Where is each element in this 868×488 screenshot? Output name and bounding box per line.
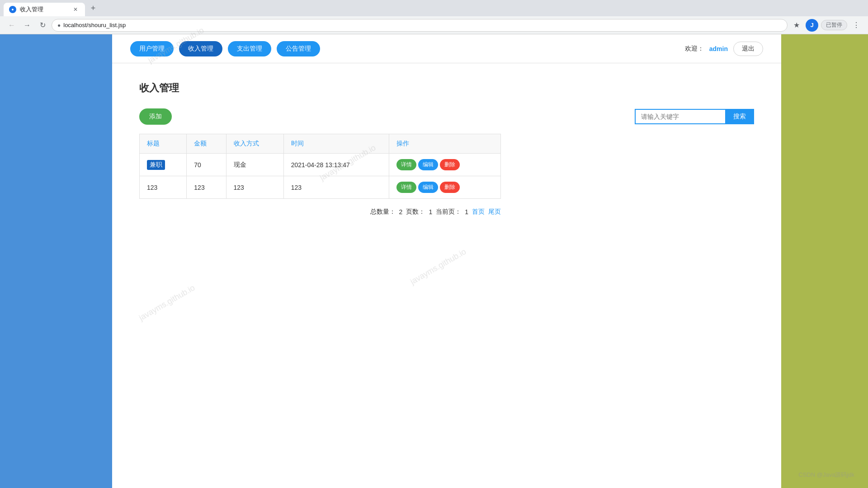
col-header-action: 操作 [389,134,500,154]
row2-delete-button[interactable]: 删除 [440,182,460,193]
reload-button[interactable]: ↻ [36,19,49,32]
tab-title: 收入管理 [20,5,43,14]
nav-expense-mgmt[interactable]: 支出管理 [228,41,271,56]
back-button[interactable]: ← [5,19,18,32]
row2-amount: 123 [187,176,226,199]
left-sidebar [0,34,112,488]
welcome-area: 欢迎： admin 退出 [685,42,763,56]
page-title: 收入管理 [139,81,754,95]
right-sidebar [781,34,868,488]
menu-button[interactable]: ⋮ [850,19,863,32]
pagination: 总数量： 2 页数： 1 当前页： 1 首页 尾页 [139,208,501,216]
row1-title-highlighted: 兼职 [147,160,165,170]
logout-button[interactable]: 退出 [733,42,763,56]
table-row: 123 123 123 123 详情 编辑 删除 [140,176,501,199]
top-nav: 用户管理 收入管理 支出管理 公告管理 欢迎： admin 退出 [112,34,781,63]
lock-icon: ● [57,22,61,28]
row2-method: 123 [226,176,283,199]
row1-time: 2021-04-28 13:13:47 [283,154,389,176]
row1-detail-button[interactable]: 详情 [396,159,416,170]
row1-title: 兼职 [140,154,187,176]
page-body: 收入管理 添加 搜索 标题 金额 收入方式 时间 操作 [112,63,781,488]
col-header-amount: 金额 [187,134,226,154]
main-content: 用户管理 收入管理 支出管理 公告管理 欢迎： admin 退出 收入管理 添加… [112,34,781,488]
row1-actions: 详情 编辑 删除 [389,154,500,176]
toolbar-right: ★ J 已暂停 ⋮ [790,19,863,32]
row2-title: 123 [140,176,187,199]
row1-edit-button[interactable]: 编辑 [418,159,438,170]
row1-amount: 70 [187,154,226,176]
admin-name: admin [709,45,728,52]
current-label: 当前页： [436,208,461,216]
search-input[interactable] [635,109,725,124]
current-value: 1 [465,208,468,216]
pages-label: 页数： [406,208,425,216]
url-text: localhost/shouru_list.jsp [63,22,782,28]
total-value: 2 [399,208,403,216]
search-button[interactable]: 搜索 [725,109,754,124]
row2-actions: 详情 编辑 删除 [389,176,500,199]
pages-value: 1 [429,208,432,216]
action-bar: 添加 搜索 [139,108,754,125]
paused-button[interactable]: 已暂停 [821,20,847,30]
row1-delete-button[interactable]: 删除 [440,159,460,170]
nav-user-mgmt[interactable]: 用户管理 [130,41,174,56]
nav-income-mgmt[interactable]: 收入管理 [179,41,222,56]
tab-bar: ● 收入管理 ✕ + [0,0,868,16]
data-table: 标题 金额 收入方式 时间 操作 兼职 70 现金 [139,134,501,199]
row2-time: 123 [283,176,389,199]
new-tab-button[interactable]: + [87,2,99,14]
table-header-row: 标题 金额 收入方式 时间 操作 [140,134,501,154]
app-wrapper: 用户管理 收入管理 支出管理 公告管理 欢迎： admin 退出 收入管理 添加… [0,34,868,488]
first-page-link[interactable]: 首页 [472,208,485,216]
col-header-time: 时间 [283,134,389,154]
col-header-title: 标题 [140,134,187,154]
row2-detail-button[interactable]: 详情 [396,182,416,193]
search-area: 搜索 [635,109,754,124]
bookmark-button[interactable]: ★ [790,19,803,32]
last-page-link[interactable]: 尾页 [488,208,501,216]
nav-announcement-mgmt[interactable]: 公告管理 [277,41,320,56]
row1-method: 现金 [226,154,283,176]
tab-favicon: ● [9,6,16,13]
table-row: 兼职 70 现金 2021-04-28 13:13:47 详情 编辑 删除 [140,154,501,176]
tab-close-btn[interactable]: ✕ [71,5,80,14]
col-header-method: 收入方式 [226,134,283,154]
row2-edit-button[interactable]: 编辑 [418,182,438,193]
row2-action-btns: 详情 编辑 删除 [396,182,493,193]
address-bar[interactable]: ● localhost/shouru_list.jsp [52,19,788,32]
add-button[interactable]: 添加 [139,108,172,125]
active-tab[interactable]: ● 收入管理 ✕ [4,3,85,16]
total-label: 总数量： [370,208,396,216]
browser-toolbar: ← → ↻ ● localhost/shouru_list.jsp ★ J 已暂… [0,16,868,34]
forward-button[interactable]: → [21,19,33,32]
profile-button[interactable]: J [806,19,818,32]
row1-action-btns: 详情 编辑 删除 [396,159,493,170]
browser-chrome: ● 收入管理 ✕ + ← → ↻ ● localhost/shouru_list… [0,0,868,34]
welcome-prefix: 欢迎： [685,45,704,53]
